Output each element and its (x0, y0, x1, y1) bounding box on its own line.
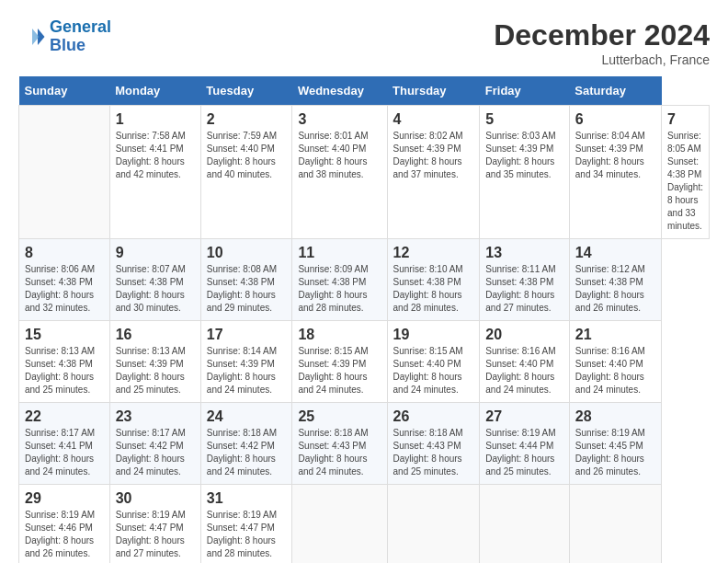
day-info: Sunrise: 7:58 AM Sunset: 4:41 PM Dayligh… (116, 130, 195, 181)
calendar-cell: 20Sunrise: 8:16 AM Sunset: 4:40 PM Dayli… (480, 321, 569, 403)
day-number: 12 (393, 245, 474, 261)
day-info: Sunrise: 8:17 AM Sunset: 4:42 PM Dayligh… (116, 427, 195, 478)
day-info: Sunrise: 8:19 AM Sunset: 4:47 PM Dayligh… (116, 509, 195, 560)
calendar-cell: 28Sunrise: 8:19 AM Sunset: 4:45 PM Dayli… (569, 403, 661, 485)
calendar-cell: 25Sunrise: 8:18 AM Sunset: 4:43 PM Dayli… (292, 403, 387, 485)
day-number: 8 (25, 245, 104, 261)
logo: General Blue (18, 18, 111, 55)
calendar-cell: 29Sunrise: 8:19 AM Sunset: 4:46 PM Dayli… (19, 485, 110, 564)
day-info: Sunrise: 8:06 AM Sunset: 4:38 PM Dayligh… (25, 263, 104, 315)
calendar-week-row: 8Sunrise: 8:06 AM Sunset: 4:38 PM Daylig… (19, 239, 710, 321)
day-info: Sunrise: 8:03 AM Sunset: 4:39 PM Dayligh… (485, 130, 563, 181)
day-info: Sunrise: 8:02 AM Sunset: 4:39 PM Dayligh… (393, 130, 474, 181)
column-header-monday: Monday (109, 76, 200, 106)
calendar-cell: 21Sunrise: 8:16 AM Sunset: 4:40 PM Dayli… (569, 321, 661, 403)
day-info: Sunrise: 8:18 AM Sunset: 4:43 PM Dayligh… (393, 427, 474, 478)
calendar-cell: 13Sunrise: 8:11 AM Sunset: 4:38 PM Dayli… (480, 239, 569, 321)
column-header-friday: Friday (480, 76, 569, 106)
logo-icon (18, 23, 46, 51)
day-number: 31 (207, 490, 287, 507)
day-info: Sunrise: 8:14 AM Sunset: 4:39 PM Dayligh… (207, 345, 287, 396)
day-number: 4 (393, 111, 474, 128)
calendar-cell (292, 485, 387, 564)
day-number: 23 (116, 408, 195, 425)
day-info: Sunrise: 8:15 AM Sunset: 4:39 PM Dayligh… (298, 345, 381, 396)
calendar-cell: 9Sunrise: 8:07 AM Sunset: 4:38 PM Daylig… (109, 239, 200, 321)
day-number: 24 (207, 408, 287, 425)
day-number: 3 (298, 111, 381, 128)
day-info: Sunrise: 8:04 AM Sunset: 4:39 PM Dayligh… (575, 130, 655, 181)
day-number: 7 (667, 111, 703, 128)
day-number: 28 (575, 408, 655, 425)
day-number: 11 (298, 245, 381, 261)
day-number: 17 (207, 327, 287, 343)
day-number: 6 (575, 111, 655, 128)
calendar-header-row: SundayMondayTuesdayWednesdayThursdayFrid… (19, 76, 710, 106)
day-number: 25 (298, 408, 381, 425)
day-number: 18 (298, 327, 381, 343)
day-number: 15 (25, 327, 104, 343)
calendar-cell: 19Sunrise: 8:15 AM Sunset: 4:40 PM Dayli… (387, 321, 480, 403)
day-number: 19 (393, 327, 474, 343)
calendar-cell: 14Sunrise: 8:12 AM Sunset: 4:38 PM Dayli… (569, 239, 661, 321)
day-info: Sunrise: 8:19 AM Sunset: 4:47 PM Dayligh… (207, 509, 287, 560)
day-info: Sunrise: 8:15 AM Sunset: 4:40 PM Dayligh… (393, 345, 474, 396)
calendar-cell: 27Sunrise: 8:19 AM Sunset: 4:44 PM Dayli… (480, 403, 569, 485)
day-info: Sunrise: 8:16 AM Sunset: 4:40 PM Dayligh… (485, 345, 563, 396)
calendar-cell: 2Sunrise: 7:59 AM Sunset: 4:40 PM Daylig… (200, 106, 292, 239)
calendar-cell: 8Sunrise: 8:06 AM Sunset: 4:38 PM Daylig… (19, 239, 110, 321)
day-info: Sunrise: 7:59 AM Sunset: 4:40 PM Dayligh… (207, 130, 287, 181)
calendar-cell: 26Sunrise: 8:18 AM Sunset: 4:43 PM Dayli… (387, 403, 480, 485)
calendar-cell (19, 106, 110, 239)
day-info: Sunrise: 8:18 AM Sunset: 4:42 PM Dayligh… (207, 427, 287, 478)
title-section: December 2024 Lutterbach, France (494, 18, 710, 67)
calendar-week-row: 22Sunrise: 8:17 AM Sunset: 4:41 PM Dayli… (19, 403, 710, 485)
day-number: 27 (485, 408, 563, 425)
page-header: General Blue December 2024 Lutterbach, F… (18, 18, 710, 67)
day-info: Sunrise: 8:19 AM Sunset: 4:46 PM Dayligh… (25, 509, 104, 560)
calendar-cell: 16Sunrise: 8:13 AM Sunset: 4:39 PM Dayli… (109, 321, 200, 403)
calendar-cell: 15Sunrise: 8:13 AM Sunset: 4:38 PM Dayli… (19, 321, 110, 403)
day-number: 1 (116, 111, 195, 128)
calendar-week-row: 15Sunrise: 8:13 AM Sunset: 4:38 PM Dayli… (19, 321, 710, 403)
calendar-week-row: 29Sunrise: 8:19 AM Sunset: 4:46 PM Dayli… (19, 485, 710, 564)
day-number: 10 (207, 245, 287, 261)
calendar-cell: 5Sunrise: 8:03 AM Sunset: 4:39 PM Daylig… (480, 106, 569, 239)
day-info: Sunrise: 8:18 AM Sunset: 4:43 PM Dayligh… (298, 427, 381, 478)
calendar-cell: 12Sunrise: 8:10 AM Sunset: 4:38 PM Dayli… (387, 239, 480, 321)
calendar-cell (569, 485, 661, 564)
calendar-cell: 22Sunrise: 8:17 AM Sunset: 4:41 PM Dayli… (19, 403, 110, 485)
logo-text: General Blue (50, 18, 111, 55)
column-header-saturday: Saturday (569, 76, 661, 106)
day-info: Sunrise: 8:01 AM Sunset: 4:40 PM Dayligh… (298, 130, 381, 181)
day-info: Sunrise: 8:16 AM Sunset: 4:40 PM Dayligh… (575, 345, 655, 396)
day-number: 26 (393, 408, 474, 425)
day-number: 2 (207, 111, 287, 128)
day-number: 22 (25, 408, 104, 425)
calendar-cell (387, 485, 480, 564)
calendar-cell: 10Sunrise: 8:08 AM Sunset: 4:38 PM Dayli… (200, 239, 292, 321)
day-info: Sunrise: 8:08 AM Sunset: 4:38 PM Dayligh… (207, 263, 287, 315)
column-header-tuesday: Tuesday (200, 76, 292, 106)
day-info: Sunrise: 8:13 AM Sunset: 4:39 PM Dayligh… (116, 345, 195, 396)
day-info: Sunrise: 8:19 AM Sunset: 4:44 PM Dayligh… (485, 427, 563, 478)
logo-line2: Blue (50, 36, 85, 54)
column-header-thursday: Thursday (387, 76, 480, 106)
day-info: Sunrise: 8:13 AM Sunset: 4:38 PM Dayligh… (25, 345, 104, 396)
calendar-cell: 18Sunrise: 8:15 AM Sunset: 4:39 PM Dayli… (292, 321, 387, 403)
calendar-cell (480, 485, 569, 564)
calendar-table: SundayMondayTuesdayWednesdayThursdayFrid… (18, 76, 710, 563)
calendar-cell: 6Sunrise: 8:04 AM Sunset: 4:39 PM Daylig… (569, 106, 661, 239)
day-info: Sunrise: 8:07 AM Sunset: 4:38 PM Dayligh… (116, 263, 195, 315)
day-info: Sunrise: 8:11 AM Sunset: 4:38 PM Dayligh… (485, 263, 563, 315)
day-number: 30 (116, 490, 195, 507)
column-header-wednesday: Wednesday (292, 76, 387, 106)
page-title: December 2024 (494, 18, 710, 52)
day-info: Sunrise: 8:05 AM Sunset: 4:38 PM Dayligh… (667, 130, 703, 233)
calendar-cell: 30Sunrise: 8:19 AM Sunset: 4:47 PM Dayli… (109, 485, 200, 564)
calendar-week-row: 1Sunrise: 7:58 AM Sunset: 4:41 PM Daylig… (19, 106, 710, 239)
day-info: Sunrise: 8:12 AM Sunset: 4:38 PM Dayligh… (575, 263, 655, 315)
calendar-cell: 1Sunrise: 7:58 AM Sunset: 4:41 PM Daylig… (109, 106, 200, 239)
day-info: Sunrise: 8:19 AM Sunset: 4:45 PM Dayligh… (575, 427, 655, 478)
day-number: 13 (485, 245, 563, 261)
